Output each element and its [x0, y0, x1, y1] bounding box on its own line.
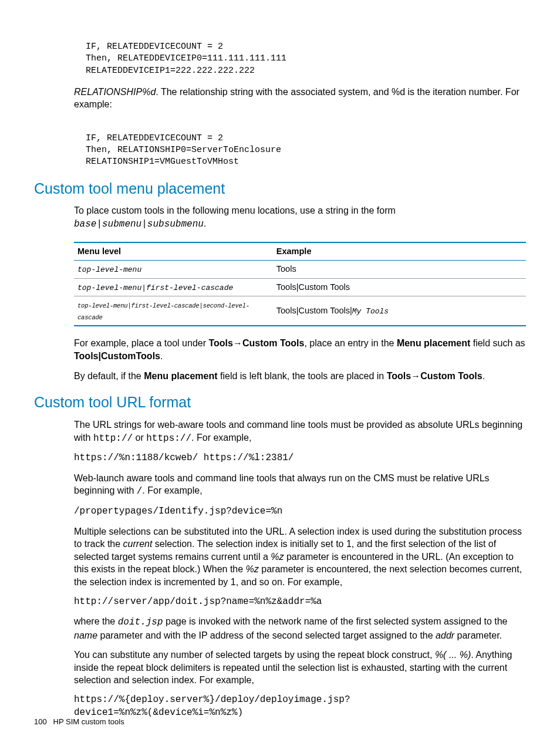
heading-menu-placement: Custom tool menu placement: [34, 179, 526, 199]
text: By default, if the: [74, 371, 144, 381]
text: parameter and with the IP address of the…: [97, 630, 436, 640]
cell-mono: top-level-menu: [77, 265, 141, 274]
code-block-relationship: IF, RELATEDDEVICECOUNT = 2 Then, RELATIO…: [86, 133, 526, 168]
text: Tools|Custom Tools|: [276, 306, 352, 315]
bold: Tools: [208, 338, 232, 348]
italic-term: RELATIONSHIP%d: [74, 87, 156, 97]
bold: Tools: [387, 371, 411, 381]
italic: addr: [436, 630, 454, 640]
paragraph-doit: where the doit.jsp page is invoked with …: [74, 615, 526, 642]
code-url-example-2: /propertypages/Identify.jsp?device=%n: [74, 505, 526, 518]
page-footer: 100 HP SIM custom tools: [34, 717, 124, 727]
text: .: [160, 351, 163, 361]
text: For example, place a tool under: [74, 338, 208, 348]
bold: Custom Tools: [420, 371, 482, 381]
paragraph-placement-intro: To place custom tools in the following m…: [74, 204, 526, 231]
table-row: top-level-menu|first-level-cascade|secon…: [74, 296, 526, 326]
code-url-example-3: http://server/app/doit.jsp?name=%n%z&add…: [74, 596, 526, 609]
italic: current: [123, 539, 153, 549]
bold: Menu placement: [144, 371, 217, 381]
italic: %z: [246, 564, 259, 574]
text: . For example,: [191, 433, 251, 443]
text: To place custom tools in the following m…: [74, 205, 396, 215]
italic: %z: [271, 552, 284, 562]
table-header-row: Menu level Example: [74, 242, 526, 261]
paragraph-multi-selection: Multiple selections can be substituted i…: [74, 525, 526, 589]
text: , place an entry in the: [304, 338, 396, 348]
arrow: →: [233, 338, 242, 348]
text: or: [133, 433, 146, 443]
col-example: Example: [273, 242, 526, 261]
table-row: top-level-menu Tools: [74, 261, 526, 279]
text: .: [483, 371, 485, 381]
text: page is invoked with the network name of…: [163, 616, 508, 626]
paragraph-url-rel: Web-launch aware tools and command line …: [74, 472, 526, 498]
code-url-example-1: https://%n:1188/kcweb/ https://%l:2381/: [74, 452, 526, 465]
italic: %( ... %): [435, 650, 471, 660]
cell-mono: top-level-menu|first-level-cascade: [77, 283, 233, 292]
text: field is left blank, the tools are place…: [218, 371, 387, 381]
menu-level-table: Menu level Example top-level-menu Tools …: [74, 242, 526, 327]
text: You can substitute any number of selecte…: [74, 650, 435, 660]
text: parameter.: [454, 630, 502, 640]
mono-text: doit.jsp: [118, 617, 163, 627]
mono-text: http://: [93, 433, 133, 444]
cell-text: Tools: [273, 261, 526, 279]
cell-text: Tools|Custom Tools|My Tools: [273, 296, 526, 326]
paragraph-place-example: For example, place a tool under Tools→Cu…: [74, 337, 526, 362]
code-url-example-4: https://%{deploy.server%}/deploy/deployi…: [74, 694, 526, 719]
heading-url-format: Custom tool URL format: [34, 393, 526, 413]
paragraph-url-abs: The URL strings for web-aware tools and …: [74, 418, 526, 445]
paragraph-repeat-block: You can substitute any number of selecte…: [74, 649, 526, 687]
page-number: 100: [34, 717, 47, 726]
text: .: [204, 218, 206, 228]
paragraph-relationship: RELATIONSHIP%d. The relationship string …: [74, 86, 526, 111]
paragraph-default-placement: By default, if the Menu placement field …: [74, 370, 526, 383]
text: field such as: [470, 338, 525, 348]
bold: Menu placement: [397, 338, 470, 348]
bold: Tools|CustomTools: [74, 351, 160, 361]
cell-mono: top-level-menu|first-level-cascade|secon…: [77, 302, 249, 321]
footer-text: HP SIM custom tools: [53, 717, 124, 726]
mono-text: /: [137, 486, 143, 497]
bold: Custom Tools: [242, 338, 304, 348]
mono-text: base|submenu|subsubmenu: [74, 219, 204, 229]
italic: name: [74, 630, 97, 640]
mono-text: https://: [146, 433, 191, 444]
code-block-related-ip: IF, RELATEDDEVICECOUNT = 2 Then, RELATED…: [86, 41, 526, 77]
text: . For example,: [142, 485, 202, 495]
text: where the: [74, 616, 118, 626]
table-row: top-level-menu|first-level-cascade Tools…: [74, 278, 526, 296]
mono-text: My Tools: [352, 307, 389, 316]
cell-text: Tools|Custom Tools: [273, 278, 526, 296]
col-menu-level: Menu level: [74, 242, 273, 261]
arrow: →: [411, 371, 420, 381]
